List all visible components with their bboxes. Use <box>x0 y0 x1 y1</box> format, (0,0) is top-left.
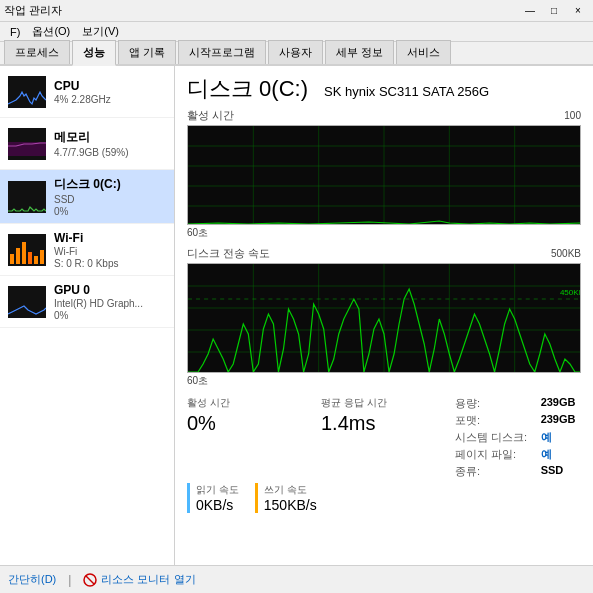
window-title: 작업 관리자 <box>4 3 62 18</box>
wifi-chart-icon <box>8 231 46 269</box>
sidebar-item-disk[interactable]: 디스크 0(C:) SSD 0% <box>0 170 174 224</box>
avg-response-label: 평균 응답 시간 <box>321 396 451 410</box>
disk-info-grid: 용량: 239GB 포맷: 239GB 시스템 디스크: 예 페이지 파일: 예… <box>455 396 581 479</box>
svg-text:450KB/: 450KB/ <box>560 288 580 297</box>
chart1-label: 활성 시간 <box>187 108 234 123</box>
tab-apphistory[interactable]: 앱 기록 <box>118 40 176 64</box>
active-time-value: 0% <box>187 412 317 435</box>
disk-header: 디스크 0(C:) SK hynix SC311 SATA 256G <box>187 74 581 104</box>
write-speed-block: 쓰기 속도 150KB/s <box>255 483 317 513</box>
close-button[interactable]: × <box>567 3 589 19</box>
title-bar: 작업 관리자 — □ × <box>0 0 593 22</box>
write-speed-value: 150KB/s <box>264 497 317 513</box>
disk-detail2: 0% <box>54 206 166 217</box>
svg-rect-10 <box>40 250 44 264</box>
active-time-block: 활성 시간 0% <box>187 396 317 479</box>
chart1-min-label: 60초 <box>187 226 581 240</box>
svg-rect-3 <box>8 181 46 213</box>
svg-rect-7 <box>22 242 26 264</box>
menu-bar: F) 옵션(O) 보기(V) <box>0 22 593 42</box>
cpu-info: CPU 4% 2.28GHz <box>54 79 166 105</box>
system-key: 시스템 디스크: <box>455 430 533 445</box>
tab-performance[interactable]: 성능 <box>72 40 116 66</box>
read-speed-label: 읽기 속도 <box>196 483 239 497</box>
memory-info: 메모리 4.7/7.9GB (59%) <box>54 129 166 158</box>
write-speed-label: 쓰기 속도 <box>264 483 317 497</box>
menu-file[interactable]: F) <box>4 24 26 40</box>
monitor-link[interactable]: 리소스 모니터 열기 <box>101 572 195 587</box>
gpu-detail2: 0% <box>54 310 166 321</box>
bottom-divider: | <box>68 573 71 587</box>
tab-bar: 프로세스 성능 앱 기록 시작프로그램 사용자 세부 정보 서비스 <box>0 42 593 66</box>
minimize-button[interactable]: — <box>519 3 541 19</box>
content-panel: 디스크 0(C:) SK hynix SC311 SATA 256G 활성 시간… <box>175 66 593 565</box>
menu-view[interactable]: 보기(V) <box>76 22 125 41</box>
disk-title: 디스크 0(C:) <box>187 74 308 104</box>
type-key: 종류: <box>455 464 533 479</box>
svg-rect-8 <box>28 252 32 264</box>
cpu-detail: 4% 2.28GHz <box>54 94 166 105</box>
active-time-section: 활성 시간 100 <box>187 108 581 240</box>
shortcut-link[interactable]: 간단히(D) <box>8 572 56 587</box>
active-time-chart <box>187 125 581 225</box>
read-speed-block: 읽기 속도 0KB/s <box>187 483 239 513</box>
avg-response-value: 1.4ms <box>321 412 451 435</box>
system-val: 예 <box>541 430 581 445</box>
avg-response-block: 평균 응답 시간 1.4ms <box>321 396 451 479</box>
tab-startup[interactable]: 시작프로그램 <box>178 40 266 64</box>
capacity-val: 239GB <box>541 396 581 411</box>
gpu-info: GPU 0 Intel(R) HD Graph... 0% <box>54 283 166 321</box>
cpu-label: CPU <box>54 79 166 93</box>
gpu-chart-icon <box>8 283 46 321</box>
pagefile-val: 예 <box>541 447 581 462</box>
chart2-min-label: 60초 <box>187 374 581 388</box>
active-time-label: 활성 시간 <box>187 396 317 410</box>
svg-rect-6 <box>16 248 20 264</box>
svg-rect-5 <box>10 254 14 264</box>
disk-detail1: SSD <box>54 194 166 205</box>
tab-users[interactable]: 사용자 <box>268 40 323 64</box>
memory-label: 메모리 <box>54 129 166 146</box>
chart2-label-row: 디스크 전송 속도 500KB <box>187 246 581 261</box>
chart1-label-row: 활성 시간 100 <box>187 108 581 123</box>
sidebar-item-wifi[interactable]: Wi-Fi Wi-Fi S: 0 R: 0 Kbps <box>0 224 174 276</box>
transfer-speed-section: 디스크 전송 속도 500KB <box>187 246 581 388</box>
speed-row: 읽기 속도 0KB/s 쓰기 속도 150KB/s <box>187 483 581 513</box>
tab-services[interactable]: 서비스 <box>396 40 451 64</box>
capacity-key: 용량: <box>455 396 533 411</box>
svg-rect-9 <box>34 256 38 264</box>
wifi-detail2: S: 0 R: 0 Kbps <box>54 258 166 269</box>
chart1-max: 100 <box>564 110 581 121</box>
no-sign-icon <box>83 573 97 587</box>
gpu-detail1: Intel(R) HD Graph... <box>54 298 166 309</box>
window-controls: — □ × <box>519 3 589 19</box>
menu-options[interactable]: 옵션(O) <box>26 22 76 41</box>
disk-info: 디스크 0(C:) SSD 0% <box>54 176 166 217</box>
main-area: CPU 4% 2.28GHz 메모리 4.7/7.9GB (59%) <box>0 66 593 565</box>
format-key: 포맷: <box>455 413 533 428</box>
wifi-label: Wi-Fi <box>54 231 166 245</box>
format-val: 239GB <box>541 413 581 428</box>
disk-chart-icon <box>8 178 46 216</box>
maximize-button[interactable]: □ <box>543 3 565 19</box>
type-val: SSD <box>541 464 581 479</box>
disk-label: 디스크 0(C:) <box>54 176 166 193</box>
memory-detail: 4.7/7.9GB (59%) <box>54 147 166 158</box>
pagefile-key: 페이지 파일: <box>455 447 533 462</box>
gpu-label: GPU 0 <box>54 283 166 297</box>
cpu-chart-icon <box>8 73 46 111</box>
tab-details[interactable]: 세부 정보 <box>325 40 394 64</box>
transfer-speed-chart: 450KB/ <box>187 263 581 373</box>
sidebar-item-gpu[interactable]: GPU 0 Intel(R) HD Graph... 0% <box>0 276 174 328</box>
wifi-detail1: Wi-Fi <box>54 246 166 257</box>
sidebar-item-cpu[interactable]: CPU 4% 2.28GHz <box>0 66 174 118</box>
sidebar: CPU 4% 2.28GHz 메모리 4.7/7.9GB (59%) <box>0 66 175 565</box>
sidebar-item-memory[interactable]: 메모리 4.7/7.9GB (59%) <box>0 118 174 170</box>
svg-line-35 <box>86 576 94 584</box>
wifi-info: Wi-Fi Wi-Fi S: 0 R: 0 Kbps <box>54 231 166 269</box>
svg-rect-11 <box>8 286 46 318</box>
tab-processes[interactable]: 프로세스 <box>4 40 70 64</box>
memory-chart-icon <box>8 125 46 163</box>
chart2-max: 500KB <box>551 248 581 259</box>
bottom-bar: 간단히(D) | 리소스 모니터 열기 <box>0 565 593 593</box>
